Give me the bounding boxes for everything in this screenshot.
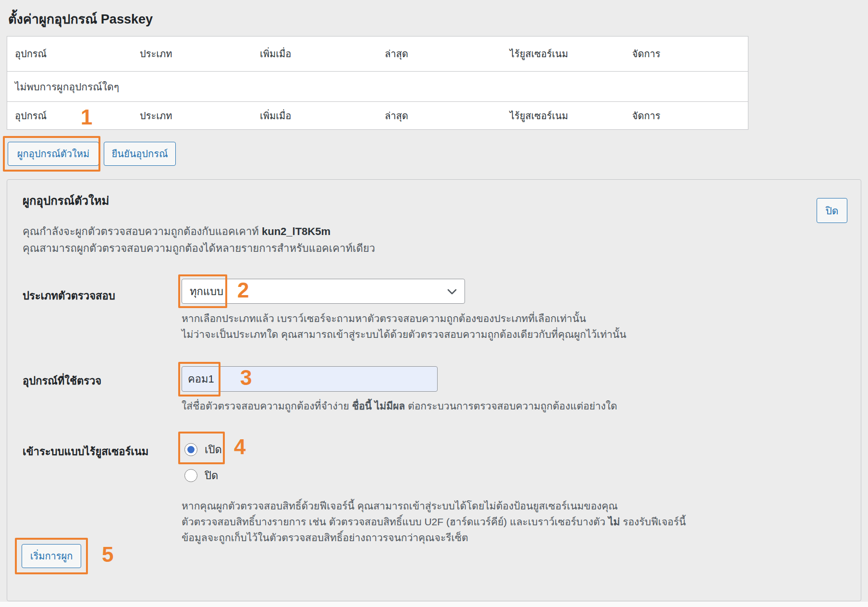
- column-header-last-used: ล่าสุด: [377, 46, 502, 62]
- name-help-prefix: ใส่ชื่อตัวตรวจสอบความถูกต้องที่จำง่าย: [182, 400, 352, 411]
- type-help-line-2: ไม่ว่าจะเป็นประเภทใด คุณสามารถเข้าสู่ระบ…: [182, 326, 626, 342]
- empty-devices-message: ไม่พบการผูกอุปกรณ์ใดๆ: [7, 79, 119, 95]
- intro-line-1: คุณกำลังจะผูกตัวตรวจสอบความถูกต้องกับแอค…: [23, 223, 375, 240]
- footer-header-added: เพิ่มเมื่อ: [252, 108, 377, 124]
- column-header-usernameless: ไร้ยูสเซอร์เนม: [502, 46, 624, 62]
- selected-option-label: ทุกแบบ: [190, 283, 223, 300]
- table-header-row: อุปกรณ์ ประเภท เพิ่มเมื่อ ล่าสุด ไร้ยูสเ…: [7, 37, 748, 71]
- table-empty-row: ไม่พบการผูกอุปกรณ์ใดๆ: [7, 71, 748, 102]
- footer-header-type: ประเภท: [132, 108, 252, 124]
- footer-header-usernameless: ไร้ยูสเซอร์เนม: [502, 108, 624, 124]
- bottom-strip: [0, 602, 868, 607]
- authenticator-type-label: ประเภทตัวตรวจสอบ: [23, 287, 115, 304]
- usernameless-login-label: เข้าระบบแบบไร้ยูสเซอร์เนม: [23, 443, 148, 460]
- passkey-devices-table: อุปกรณ์ ประเภท เพิ่มเมื่อ ล่าสุด ไร้ยูสเ…: [7, 36, 748, 130]
- chevron-down-icon: [447, 285, 457, 297]
- usernameless-on-label: เปิด: [205, 441, 222, 458]
- usernameless-help-line-2-prefix: ตัวตรวจสอบสิทธิ์บางรายการ เช่น ตัวตรวจสอ…: [182, 516, 608, 527]
- radio-unselected-icon[interactable]: [184, 469, 197, 482]
- table-footer-row: อุปกรณ์ ประเภท เพิ่มเมื่อ ล่าสุด ไร้ยูสเ…: [7, 102, 748, 129]
- usernameless-help-line-1: หากคุณผูกตัวตรวจสอบสิทธิ์ด้วยฟีเจอร์นี้ …: [182, 498, 686, 514]
- name-help-suffix: ต่อกระบวนการตรวจสอบความถูกต้องแต่อย่างใด: [405, 400, 617, 411]
- authenticator-type-select[interactable]: ทุกแบบ: [182, 279, 465, 304]
- usernameless-help: หากคุณผูกตัวตรวจสอบสิทธิ์ด้วยฟีเจอร์นี้ …: [182, 498, 686, 545]
- column-header-type: ประเภท: [132, 46, 252, 62]
- column-header-device: อุปกรณ์: [7, 46, 132, 62]
- usernameless-off-radio[interactable]: ปิด: [184, 467, 218, 484]
- start-binding-button[interactable]: เริ่มการผูก: [22, 544, 81, 568]
- column-header-manage: จัดการ: [624, 46, 748, 62]
- verify-device-button[interactable]: ยืนยันอุปกรณ์: [104, 142, 176, 166]
- device-name-label: อุปกรณ์ที่ใช้ตรวจ: [23, 372, 101, 389]
- account-name: kun2_lT8K5m: [262, 225, 330, 237]
- footer-header-device: อุปกรณ์: [7, 108, 132, 124]
- usernameless-off-label: ปิด: [205, 467, 218, 484]
- name-help-bold: ชื่อนี้ ไม่มีผล: [352, 400, 405, 411]
- register-new-device-button[interactable]: ผูกอุปกรณ์ตัวใหม่: [8, 142, 99, 166]
- type-help-line-1: หากเลือกประเภทแล้ว เบราว์เซอร์จะถามหาตัว…: [182, 310, 626, 326]
- intro-line-1-text: คุณกำลังจะผูกตัวตรวจสอบความถูกต้องกับแอค…: [23, 225, 262, 237]
- usernameless-help-line-3: ข้อมูลจะถูกเก็บไว้ในตัวตรวจสอบสิทธิ์อย่า…: [182, 530, 686, 545]
- close-panel-button[interactable]: ปิด: [817, 198, 847, 223]
- radio-selected-icon[interactable]: [184, 443, 197, 456]
- usernameless-help-line-2: ตัวตรวจสอบสิทธิ์บางรายการ เช่น ตัวตรวจสอ…: [182, 514, 686, 530]
- usernameless-on-radio[interactable]: เปิด: [184, 441, 222, 458]
- device-name-input[interactable]: [182, 366, 438, 392]
- usernameless-help-line-2-bold: ไม่: [608, 516, 620, 527]
- panel-title: ผูกอุปกรณ์ตัวใหม่: [23, 191, 109, 210]
- intro-line-2: คุณสามารถผูกตัวตรวจสอบความถูกต้องได้หลาย…: [23, 240, 375, 257]
- device-name-help: ใส่ชื่อตัวตรวจสอบความถูกต้องที่จำง่าย ชื…: [182, 398, 617, 414]
- page-title: ตั้งค่าผูกอุปกรณ์ Passkey: [8, 9, 153, 29]
- footer-header-last-used: ล่าสุด: [377, 108, 502, 124]
- authenticator-type-help: หากเลือกประเภทแล้ว เบราว์เซอร์จะถามหาตัว…: [182, 310, 626, 342]
- column-header-added: เพิ่มเมื่อ: [252, 46, 377, 62]
- usernameless-help-line-2-suffix: รองรับฟีเจอร์นี้: [620, 516, 686, 527]
- footer-header-manage: จัดการ: [624, 108, 748, 124]
- panel-intro: คุณกำลังจะผูกตัวตรวจสอบความถูกต้องกับแอค…: [23, 223, 375, 257]
